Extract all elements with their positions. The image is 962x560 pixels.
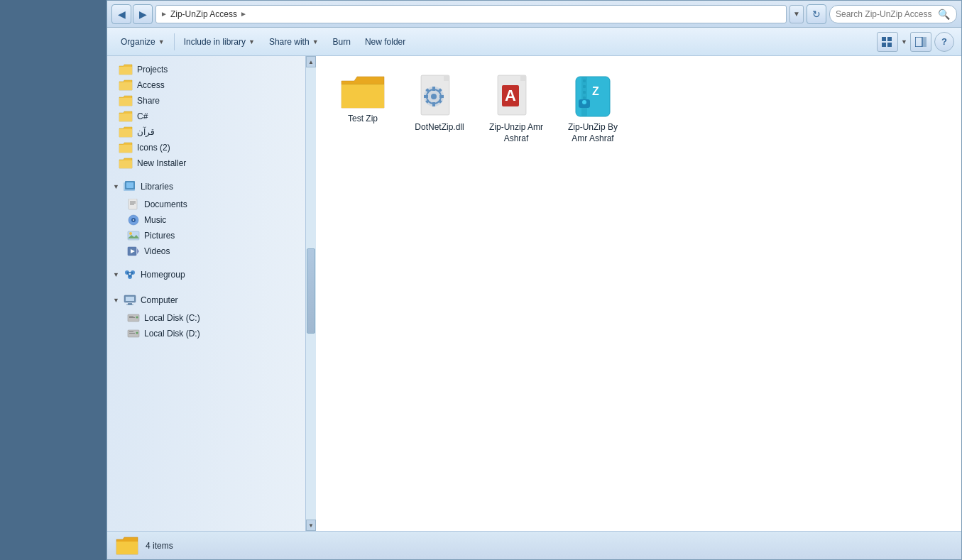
include-in-library-button[interactable]: Include in library ▼ bbox=[177, 31, 261, 53]
sidebar-section-homegroup[interactable]: ▼ Homegroup bbox=[107, 265, 305, 285]
new-folder-label: New folder bbox=[365, 37, 405, 47]
content-area: Test Zip bbox=[316, 56, 961, 531]
svg-rect-5 bbox=[923, 37, 927, 47]
sidebar-section-computer[interactable]: ▼ Computer bbox=[107, 290, 305, 310]
sidebar-item-access[interactable]: Access bbox=[107, 77, 305, 93]
new-folder-button[interactable]: New folder bbox=[359, 31, 412, 53]
zip-app-icon: Z bbox=[572, 74, 614, 119]
sidebar-label-music: Music bbox=[144, 215, 166, 225]
svg-rect-33 bbox=[129, 317, 135, 318]
refresh-button[interactable]: ↻ bbox=[807, 4, 826, 24]
sidebar-label-access: Access bbox=[137, 80, 165, 90]
forward-button[interactable]: ▶ bbox=[133, 4, 153, 24]
view-icons-button[interactable] bbox=[877, 32, 898, 52]
search-icon[interactable]: 🔍 bbox=[938, 9, 950, 20]
file-item-zip-unzip-app[interactable]: Z Zip-UnZip By Amr Ashraf bbox=[557, 67, 628, 150]
dll-file-icon bbox=[418, 74, 461, 119]
svg-rect-0 bbox=[882, 37, 886, 41]
back-button[interactable]: ◀ bbox=[111, 4, 131, 24]
svg-rect-16 bbox=[128, 231, 139, 240]
folder-icon bbox=[119, 79, 133, 91]
sidebar-scrollbar[interactable]: ▲ ▼ bbox=[306, 56, 316, 531]
organize-button[interactable]: Organize ▼ bbox=[114, 31, 171, 53]
file-item-zip-unzip-access[interactable]: A Zip-Unzip Amr Ashraf bbox=[481, 67, 552, 150]
svg-rect-45 bbox=[432, 102, 435, 106]
svg-rect-37 bbox=[129, 333, 135, 334]
sidebar-label-libraries: Libraries bbox=[141, 182, 173, 192]
view-dropdown-button[interactable]: ▼ bbox=[901, 38, 907, 45]
svg-rect-32 bbox=[129, 316, 133, 317]
svg-point-38 bbox=[136, 332, 138, 334]
sidebar-label-homegroup: Homegroup bbox=[141, 270, 185, 280]
view-dropdown-arrow-icon: ▼ bbox=[901, 38, 907, 45]
sidebar-item-documents[interactable]: Documents bbox=[107, 197, 305, 212]
sidebar-section-libraries[interactable]: ▼ Libraries bbox=[107, 177, 305, 197]
include-in-library-label: Include in library bbox=[184, 37, 246, 47]
folder-icon bbox=[119, 64, 133, 75]
folder-icon bbox=[119, 126, 133, 138]
homegroup-section-arrow-icon: ▼ bbox=[113, 271, 119, 278]
status-bar: 4 items bbox=[107, 531, 961, 559]
sidebar-label-local-disk-c: Local Disk (C:) bbox=[144, 313, 200, 323]
svg-point-43 bbox=[431, 94, 437, 99]
svg-rect-3 bbox=[887, 43, 892, 47]
svg-rect-46 bbox=[424, 95, 428, 98]
svg-rect-30 bbox=[126, 304, 133, 305]
homegroup-icon bbox=[124, 269, 136, 280]
scroll-down-button[interactable]: ▼ bbox=[306, 520, 316, 531]
svg-point-34 bbox=[136, 317, 138, 319]
sidebar-label-pictures: Pictures bbox=[144, 231, 175, 241]
toolbar: Organize ▼ Include in library ▼ Share wi… bbox=[107, 28, 961, 56]
sidebar-label-icons: Icons (2) bbox=[137, 143, 170, 153]
svg-rect-44 bbox=[432, 87, 435, 91]
svg-rect-53 bbox=[520, 75, 526, 81]
sidebar-label-computer: Computer bbox=[141, 295, 178, 305]
share-with-button[interactable]: Share with ▼ bbox=[263, 31, 325, 53]
folder-icon bbox=[119, 158, 133, 169]
sidebar-label-videos: Videos bbox=[144, 246, 170, 256]
scroll-thumb[interactable] bbox=[307, 248, 315, 334]
burn-button[interactable]: Burn bbox=[327, 31, 357, 53]
sidebar-item-csharp[interactable]: C# bbox=[107, 109, 305, 124]
search-input[interactable] bbox=[836, 9, 935, 19]
svg-text:Z: Z bbox=[592, 85, 599, 97]
preview-pane-button[interactable] bbox=[910, 32, 931, 52]
folder-icon bbox=[119, 142, 133, 153]
svg-rect-58 bbox=[583, 79, 586, 82]
svg-point-15 bbox=[133, 219, 134, 221]
sidebar-label-csharp: C# bbox=[137, 111, 148, 121]
status-folder-icon bbox=[116, 536, 138, 556]
scroll-track[interactable] bbox=[306, 67, 316, 520]
sidebar-item-share[interactable]: Share bbox=[107, 93, 305, 109]
computer-section-arrow-icon: ▼ bbox=[113, 297, 119, 304]
sidebar-item-projects[interactable]: Projects bbox=[107, 62, 305, 77]
sidebar-item-quran[interactable]: قرآن bbox=[107, 124, 305, 140]
svg-rect-60 bbox=[583, 91, 586, 94]
sidebar-label-documents: Documents bbox=[144, 199, 187, 209]
music-icon bbox=[127, 214, 140, 226]
help-button[interactable]: ? bbox=[934, 32, 954, 52]
file-item-test-zip[interactable]: Test Zip bbox=[327, 67, 398, 150]
organize-label: Organize bbox=[121, 37, 155, 47]
sidebar-item-local-disk-c[interactable]: Local Disk (C:) bbox=[107, 310, 305, 326]
sidebar-item-pictures[interactable]: Pictures bbox=[107, 228, 305, 243]
path-arrow-icon: ► bbox=[240, 10, 247, 18]
sidebar-item-icons[interactable]: Icons (2) bbox=[107, 140, 305, 155]
sidebar-label-local-disk-d: Local Disk (D:) bbox=[144, 329, 200, 339]
address-path[interactable]: ► Zip-UnZip Access ► bbox=[155, 5, 787, 23]
sidebar-item-videos[interactable]: Videos bbox=[107, 243, 305, 259]
file-item-dotnetzip-dll[interactable]: DotNetZip.dll bbox=[404, 67, 475, 150]
address-dropdown-button[interactable]: ▼ bbox=[789, 5, 804, 23]
include-library-arrow-icon: ▼ bbox=[248, 38, 255, 45]
svg-rect-2 bbox=[882, 43, 886, 47]
share-with-label: Share with bbox=[269, 37, 310, 47]
sidebar-item-local-disk-d[interactable]: Local Disk (D:) bbox=[107, 326, 305, 341]
svg-rect-4 bbox=[915, 37, 922, 47]
svg-rect-47 bbox=[439, 95, 444, 98]
file-label-test-zip: Test Zip bbox=[348, 114, 378, 125]
scroll-up-button[interactable]: ▲ bbox=[306, 56, 316, 67]
sidebar-label-share: Share bbox=[137, 96, 160, 106]
svg-rect-36 bbox=[129, 331, 133, 332]
sidebar-item-music[interactable]: Music bbox=[107, 212, 305, 228]
sidebar-item-new-installer[interactable]: New Installer bbox=[107, 155, 305, 171]
